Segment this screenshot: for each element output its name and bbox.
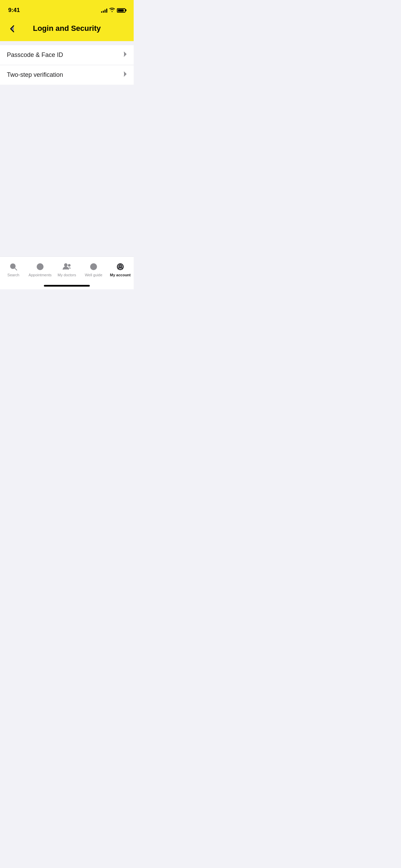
passcode-face-id-label: Passcode & Face ID — [7, 51, 63, 59]
chevron-right-icon — [123, 51, 127, 59]
chevron-right-icon-2 — [123, 71, 127, 79]
bottom-nav: Search Appointments My doctors — [0, 256, 134, 285]
my-doctors-icon — [62, 262, 72, 272]
svg-point-10 — [119, 265, 122, 267]
back-button[interactable] — [7, 24, 17, 36]
passcode-face-id-item[interactable]: Passcode & Face ID — [0, 45, 134, 65]
home-indicator — [0, 285, 134, 289]
status-time: 9:41 — [8, 7, 20, 14]
two-step-verification-item[interactable]: Two-step verification — [0, 65, 134, 85]
nav-item-appointments[interactable]: Appointments — [27, 262, 53, 277]
my-account-icon — [116, 262, 125, 272]
menu-section: Passcode & Face ID Two-step verification — [0, 45, 134, 85]
nav-item-well-guide[interactable]: Well guide — [80, 262, 107, 277]
nav-item-search[interactable]: Search — [0, 262, 27, 277]
nav-item-my-doctors[interactable]: My doctors — [53, 262, 80, 277]
nav-label-well-guide: Well guide — [85, 273, 102, 277]
well-guide-icon — [89, 262, 98, 272]
home-indicator-bar — [44, 285, 90, 287]
wifi-icon — [109, 7, 115, 13]
search-icon — [9, 262, 18, 272]
status-icons — [101, 7, 125, 13]
svg-line-1 — [15, 268, 17, 270]
appointments-icon — [35, 262, 45, 272]
nav-label-search: Search — [8, 273, 20, 277]
page-title: Login and Security — [33, 24, 101, 33]
nav-label-my-account: My account — [110, 273, 131, 277]
main-content: Passcode & Face ID Two-step verification — [0, 41, 134, 256]
header: Login and Security — [0, 19, 134, 41]
signal-icon — [101, 8, 107, 13]
nav-label-appointments: Appointments — [28, 273, 51, 277]
battery-icon — [117, 8, 125, 13]
two-step-verification-label: Two-step verification — [7, 71, 63, 79]
nav-label-my-doctors: My doctors — [58, 273, 76, 277]
nav-item-my-account[interactable]: My account — [107, 262, 134, 277]
status-bar: 9:41 — [0, 0, 134, 19]
svg-point-8 — [93, 266, 94, 267]
svg-point-3 — [64, 264, 67, 266]
